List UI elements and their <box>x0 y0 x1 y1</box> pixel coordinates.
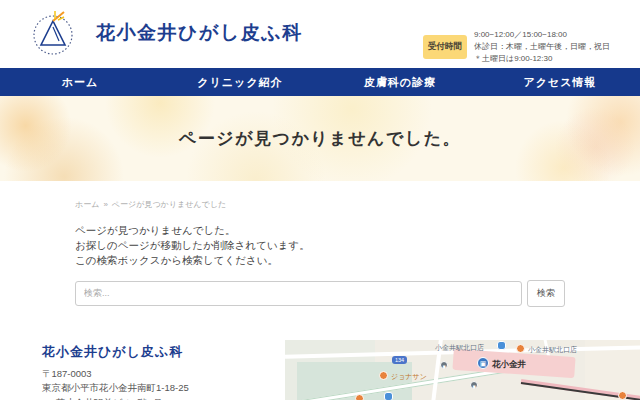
hours-text: 9:00−12:00／15:00−18:00 休診日：木曜，土曜午後，日曜，祝日… <box>474 29 610 65</box>
map-marker-orange-bottom-icon <box>355 394 364 400</box>
address-line-1: 東京都小平市花小金井南町1-18-25 <box>42 382 189 393</box>
not-found-message: ページが見つかりませんでした。 お探しのページが移動したか削除されています。 こ… <box>75 223 565 269</box>
map-store-label-1: 小金井駅北口店 <box>435 343 484 353</box>
map-store-marker-orange-icon <box>516 344 525 353</box>
search-form: 検索 <box>75 280 565 307</box>
search-input[interactable] <box>75 281 522 306</box>
clinic-logo-icon <box>28 7 80 59</box>
nav-item-access[interactable]: アクセス情報 <box>480 68 640 96</box>
hero-banner: ページが見つかりませんでした。 <box>0 96 640 181</box>
site-footer: 花小金井ひがし皮ふ科 〒187-0003 東京都小平市花小金井南町1-18-25… <box>0 340 640 400</box>
address-line-2: NR花小金井駅前ビル2階B号 <box>42 397 163 400</box>
message-line-3: この検索ボックスから検索してください。 <box>75 254 278 266</box>
page-title: ページが見つかりませんでした。 <box>179 127 461 150</box>
message-line-1: ページが見つかりませんでした。 <box>75 224 235 236</box>
map-store-label-2: 小金井駅北口店 <box>528 345 577 355</box>
nav-item-dermatology[interactable]: 皮膚科の診療 <box>320 68 480 96</box>
hours-badge: 受付時間 <box>423 35 467 59</box>
postal-code: 〒187-0003 <box>42 368 92 379</box>
breadcrumb-home-link[interactable]: ホーム <box>75 200 99 209</box>
map-restaurant-label: ジョナサン <box>391 372 427 382</box>
footer-address: 〒187-0003 東京都小平市花小金井南町1-18-25 NR花小金井駅前ビル… <box>42 367 189 400</box>
breadcrumb-separator: » <box>103 200 107 209</box>
restaurant-marker-icon <box>379 371 388 380</box>
map-marker-blue-bottom-icon <box>384 392 393 400</box>
footer-clinic-name: 花小金井ひがし皮ふ科 <box>42 343 189 361</box>
road-number-badge: 134 <box>392 356 407 364</box>
nav-item-clinic-intro[interactable]: クリニック紹介 <box>160 68 320 96</box>
hours-line-1: 9:00−12:00／15:00−18:00 <box>474 30 567 39</box>
search-button[interactable]: 検索 <box>527 280 565 307</box>
main-nav: ホーム クリニック紹介 皮膚科の診療 アクセス情報 <box>0 68 640 96</box>
main-content: ホーム»ページが見つかりませんでした ページが見つかりませんでした。 お探しのペ… <box>0 181 640 307</box>
breadcrumb-current: ページが見つかりませんでした <box>112 200 226 209</box>
message-line-2: お探しのページが移動したか削除されています。 <box>75 239 310 251</box>
map-station-label: 花小金井 <box>492 359 526 371</box>
site-header: 花小金井ひがし皮ふ科 受付時間 9:00−12:00／15:00−18:00 休… <box>0 0 640 68</box>
breadcrumb: ホーム»ページが見つかりませんでした <box>75 199 565 210</box>
hours-line-2: 休診日：木曜，土曜午後，日曜，祝日 <box>474 42 610 51</box>
reception-hours: 受付時間 9:00−12:00／15:00−18:00 休診日：木曜，土曜午後，… <box>423 29 610 65</box>
clinic-logo[interactable] <box>28 7 80 59</box>
access-map[interactable]: 小金井駅北口店 小金井駅北口店 ▣ 花小金井 134 ジョナサン ■ ■ <box>285 340 640 400</box>
train-station-icon: ▣ <box>477 357 489 369</box>
map-marker-orange-right-icon <box>618 391 627 400</box>
bus-stop-icon-2: ■ <box>470 381 478 389</box>
nav-item-home[interactable]: ホーム <box>0 68 160 96</box>
footer-clinic-info: 花小金井ひがし皮ふ科 〒187-0003 東京都小平市花小金井南町1-18-25… <box>42 343 189 400</box>
map-store-marker-blue-icon <box>497 341 506 350</box>
bus-stop-icon-1: ■ <box>440 361 448 369</box>
hours-line-3: ＊土曜日は9:00-12:30 <box>474 54 552 63</box>
clinic-name[interactable]: 花小金井ひがし皮ふ科 <box>96 20 303 46</box>
